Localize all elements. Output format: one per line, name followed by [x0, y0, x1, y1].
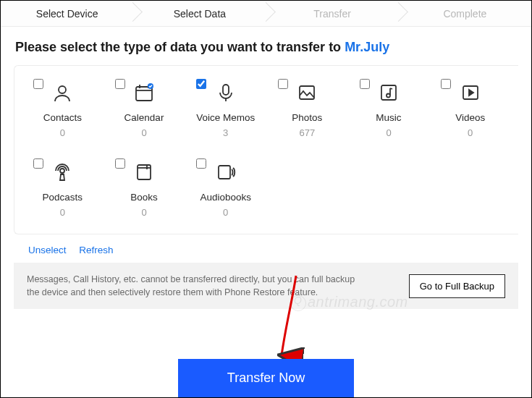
category-label: Music — [376, 112, 401, 123]
category-label: Voice Memos — [196, 112, 255, 123]
podcasts-icon — [51, 161, 73, 183]
category-checkbox[interactable] — [33, 158, 43, 169]
category-label: Podcasts — [43, 192, 83, 203]
info-bar: Messages, Call History, etc. cannot be t… — [14, 263, 518, 309]
videos-icon — [460, 82, 481, 103]
svg-rect-6 — [223, 85, 229, 95]
category-label: Calendar — [124, 112, 164, 123]
page-title: Please select the type of data you want … — [1, 27, 531, 65]
step-label: Transfer — [313, 8, 351, 20]
microphone-icon — [215, 82, 237, 103]
info-message: Messages, Call History, etc. cannot be t… — [27, 273, 367, 299]
category-checkbox[interactable] — [196, 79, 206, 89]
category-count: 677 — [299, 127, 315, 138]
svg-point-12 — [60, 169, 64, 173]
photos-icon — [296, 82, 318, 103]
category-videos[interactable]: Videos 0 — [429, 79, 511, 138]
step-label: Select Device — [36, 8, 98, 20]
step-label: Select Data — [174, 8, 226, 20]
svg-rect-16 — [219, 166, 230, 179]
step-select-data: Select Data — [133, 1, 266, 26]
step-label: Complete — [443, 8, 486, 20]
unselect-link[interactable]: Unselect — [28, 245, 67, 255]
category-calendar[interactable]: Calendar 0 — [104, 79, 185, 138]
category-checkbox[interactable] — [278, 79, 288, 89]
panel-links: Unselect Refresh — [1, 234, 531, 255]
category-count: 0 — [60, 207, 65, 218]
music-icon — [378, 82, 400, 103]
category-count: 3 — [223, 127, 228, 138]
category-count: 0 — [468, 127, 473, 138]
category-contacts[interactable]: Contacts 0 — [22, 79, 104, 138]
transfer-now-button[interactable]: Transfer Now — [178, 359, 354, 397]
audiobooks-icon — [215, 161, 237, 183]
category-checkbox[interactable] — [33, 79, 43, 89]
target-device-name: Mr.July — [345, 40, 389, 54]
category-checkbox[interactable] — [115, 79, 125, 89]
category-count: 0 — [60, 127, 65, 138]
category-checkbox[interactable] — [196, 158, 206, 169]
category-label: Videos — [455, 112, 485, 123]
category-label: Photos — [292, 112, 322, 123]
step-complete: Complete — [399, 1, 531, 26]
category-label: Books — [130, 192, 158, 203]
svg-point-0 — [59, 86, 66, 93]
svg-rect-1 — [136, 87, 152, 101]
category-podcasts[interactable]: Podcasts 0 — [22, 158, 104, 218]
category-label: Audiobooks — [200, 192, 251, 203]
data-type-grid: Contacts 0 Calendar 0 Voice Memos 3 Phot… — [22, 79, 511, 218]
category-voice-memos[interactable]: Voice Memos 3 — [185, 79, 266, 138]
data-type-panel: Contacts 0 Calendar 0 Voice Memos 3 Phot… — [14, 65, 518, 234]
category-checkbox[interactable] — [115, 158, 125, 169]
transfer-wrap: Transfer Now — [1, 359, 531, 397]
category-label: Contacts — [43, 112, 82, 123]
books-icon — [133, 161, 155, 183]
contacts-icon — [51, 82, 73, 103]
category-count: 0 — [141, 207, 146, 218]
calendar-icon — [133, 82, 155, 103]
svg-rect-13 — [138, 165, 151, 179]
category-count: 0 — [386, 127, 391, 138]
category-count: 0 — [141, 127, 146, 138]
stepper: Select Device Select Data Transfer Compl… — [1, 1, 531, 27]
refresh-link[interactable]: Refresh — [79, 245, 113, 255]
step-select-device: Select Device — [1, 1, 133, 26]
full-backup-button[interactable]: Go to Full Backup — [409, 274, 505, 298]
category-checkbox[interactable] — [441, 79, 451, 89]
svg-point-10 — [387, 94, 390, 98]
category-music[interactable]: Music 0 — [348, 79, 430, 138]
category-books[interactable]: Books 0 — [104, 158, 185, 218]
category-count: 0 — [223, 207, 228, 218]
heading-text: Please select the type of data you want … — [15, 40, 345, 54]
step-transfer: Transfer — [266, 1, 399, 26]
category-audiobooks[interactable]: Audiobooks 0 — [185, 158, 266, 218]
category-photos[interactable]: Photos 677 — [266, 79, 348, 138]
category-checkbox[interactable] — [360, 79, 370, 89]
